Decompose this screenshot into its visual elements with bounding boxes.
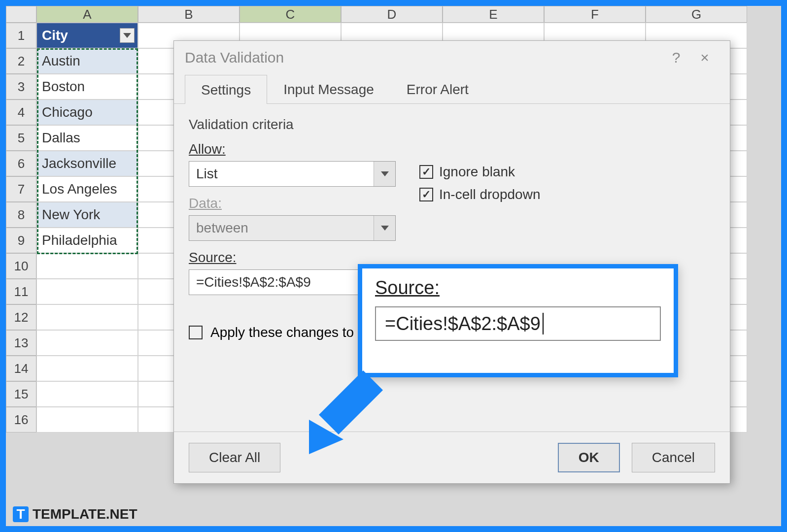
row-header[interactable]: 4 bbox=[6, 100, 36, 125]
row-header[interactable]: 15 bbox=[6, 381, 36, 407]
dialog-title: Data Validation bbox=[185, 49, 662, 66]
row-header[interactable]: 5 bbox=[6, 125, 36, 151]
row-header[interactable]: 2 bbox=[6, 48, 36, 74]
column-header-b[interactable]: B bbox=[138, 6, 240, 23]
allow-dropdown-button[interactable] bbox=[374, 162, 395, 186]
cell[interactable] bbox=[36, 381, 138, 407]
data-label: Data: bbox=[189, 196, 396, 211]
cell[interactable] bbox=[36, 304, 138, 330]
allow-value: List bbox=[189, 166, 374, 182]
row-header[interactable]: 1 bbox=[6, 23, 36, 48]
watermark-text: TEMPLATE.NET bbox=[33, 506, 137, 522]
clear-all-button[interactable]: Clear All bbox=[189, 443, 280, 472]
cell[interactable] bbox=[36, 356, 138, 381]
dialog-titlebar[interactable]: Data Validation ? × bbox=[174, 41, 730, 74]
cell[interactable] bbox=[36, 279, 138, 304]
chevron-down-icon bbox=[381, 226, 389, 231]
row-header[interactable]: 6 bbox=[6, 151, 36, 176]
ok-button[interactable]: OK bbox=[558, 443, 620, 472]
checkbox-checked-icon: ✓ bbox=[419, 188, 433, 201]
row-header[interactable]: 14 bbox=[6, 356, 36, 381]
cell-a6[interactable]: Jacksonville bbox=[36, 151, 138, 176]
callout-label: Source: bbox=[375, 277, 661, 299]
close-icon[interactable]: × bbox=[690, 49, 719, 66]
tab-input-message[interactable]: Input Message bbox=[267, 74, 390, 103]
column-header-e[interactable]: E bbox=[443, 6, 544, 23]
data-dropdown-button bbox=[374, 216, 395, 240]
cell-a5[interactable]: Dallas bbox=[36, 125, 138, 151]
dialog-tabs: Settings Input Message Error Alert bbox=[174, 74, 730, 104]
cell-a1[interactable]: City bbox=[36, 23, 138, 48]
cell-a2[interactable]: Austin bbox=[36, 48, 138, 74]
row-header[interactable]: 13 bbox=[6, 330, 36, 356]
watermark: T TEMPLATE.NET bbox=[13, 506, 137, 522]
cell-a4[interactable]: Chicago bbox=[36, 100, 138, 125]
cell-a3[interactable]: Boston bbox=[36, 74, 138, 100]
checkbox-unchecked-icon bbox=[189, 326, 203, 339]
column-header-f[interactable]: F bbox=[544, 6, 646, 23]
row-header[interactable]: 7 bbox=[6, 176, 36, 202]
validation-criteria-label: Validation criteria bbox=[189, 117, 715, 133]
row-header[interactable]: 3 bbox=[6, 74, 36, 100]
allow-select[interactable]: List bbox=[189, 161, 396, 187]
cancel-button[interactable]: Cancel bbox=[632, 443, 715, 472]
column-header-a[interactable]: A bbox=[36, 6, 138, 23]
row-header[interactable]: 8 bbox=[6, 202, 36, 228]
tab-error-alert[interactable]: Error Alert bbox=[390, 74, 485, 103]
cell-a8[interactable]: New York bbox=[36, 202, 138, 228]
chevron-down-icon bbox=[381, 171, 389, 176]
cell-value: City bbox=[42, 28, 68, 43]
data-select: between bbox=[189, 215, 396, 241]
source-value: =Cities!$A$2:$A$9 bbox=[196, 274, 311, 290]
tab-settings[interactable]: Settings bbox=[185, 75, 267, 104]
row-header[interactable]: 12 bbox=[6, 304, 36, 330]
cell-a9[interactable]: Philadelphia bbox=[36, 228, 138, 253]
incell-dropdown-checkbox[interactable]: ✓ In-cell dropdown bbox=[419, 187, 715, 202]
row-header[interactable]: 16 bbox=[6, 407, 36, 432]
data-validation-dialog: Data Validation ? × Settings Input Messa… bbox=[173, 40, 730, 484]
row-header[interactable]: 10 bbox=[6, 253, 36, 279]
source-callout: Source: =Cities!$A$2:$A$9 bbox=[358, 264, 678, 377]
row-header[interactable]: 9 bbox=[6, 228, 36, 253]
cell-a7[interactable]: Los Angeles bbox=[36, 176, 138, 202]
column-header-g[interactable]: G bbox=[646, 6, 747, 23]
watermark-logo-icon: T bbox=[13, 506, 29, 522]
column-header-c[interactable]: C bbox=[240, 6, 341, 23]
data-value: between bbox=[189, 220, 374, 236]
chevron-down-icon bbox=[123, 33, 131, 38]
checkbox-checked-icon: ✓ bbox=[419, 165, 433, 179]
source-label: Source: bbox=[189, 250, 396, 266]
cell[interactable] bbox=[36, 253, 138, 279]
row-header[interactable]: 11 bbox=[6, 279, 36, 304]
callout-input: =Cities!$A$2:$A$9 bbox=[375, 306, 661, 341]
help-icon[interactable]: ? bbox=[662, 49, 690, 66]
select-all-corner[interactable] bbox=[6, 6, 36, 23]
cell[interactable] bbox=[36, 330, 138, 356]
column-header-d[interactable]: D bbox=[341, 6, 443, 23]
callout-arrow-icon bbox=[279, 366, 388, 454]
cell[interactable] bbox=[36, 407, 138, 432]
filter-dropdown-button[interactable] bbox=[120, 28, 135, 43]
incell-dropdown-label: In-cell dropdown bbox=[439, 187, 540, 202]
svg-marker-0 bbox=[319, 370, 383, 434]
allow-label: Allow: bbox=[189, 141, 396, 157]
ignore-blank-label: Ignore blank bbox=[439, 164, 515, 180]
ignore-blank-checkbox[interactable]: ✓ Ignore blank bbox=[419, 164, 715, 180]
